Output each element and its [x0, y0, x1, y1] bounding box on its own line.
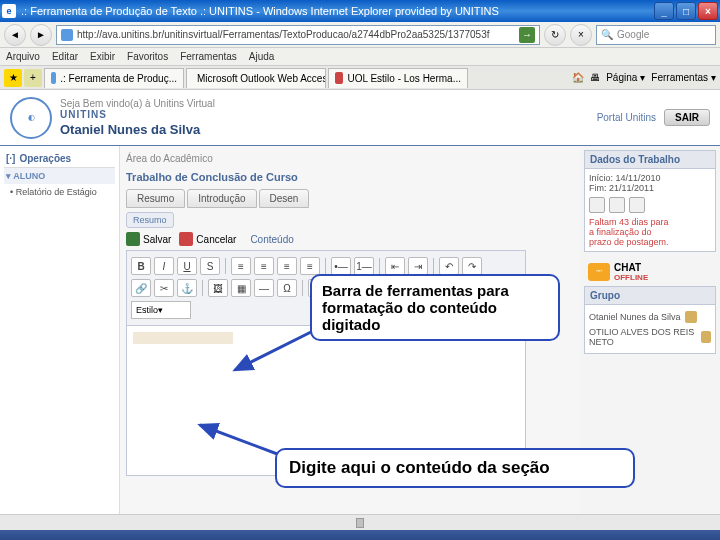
indent-button[interactable]: ⇥	[408, 257, 428, 275]
search-placeholder: Google	[617, 29, 649, 40]
align-right-button[interactable]: ≡	[277, 257, 297, 275]
breadcrumb: Área do Acadêmico	[126, 150, 574, 167]
ie-icon: e	[2, 4, 16, 18]
char-button[interactable]: Ω	[277, 279, 297, 297]
outdent-button[interactable]: ⇤	[385, 257, 405, 275]
hr-button[interactable]: —	[254, 279, 274, 297]
user-name: Otaniel Nunes da Silva	[60, 122, 215, 137]
table-button[interactable]: ▦	[231, 279, 251, 297]
deadline-warning-3: prazo de postagem.	[589, 237, 711, 247]
svg-line-0	[235, 330, 315, 370]
forward-button[interactable]: ►	[30, 24, 52, 46]
group-member[interactable]: OTILIO ALVES DOS REIS NETO	[589, 325, 711, 349]
chat-status[interactable]: "" CHAT OFFLINE	[584, 258, 716, 286]
home-icon[interactable]: 🏠	[572, 72, 584, 83]
menu-arquivo[interactable]: Arquivo	[6, 51, 40, 62]
chat-icon: ""	[588, 263, 610, 281]
callout-editor: Digite aqui o conteúdo da seção	[275, 448, 635, 488]
save-button[interactable]: Salvar	[126, 232, 171, 246]
sidebar-section-operacoes: [·]Operações	[4, 150, 115, 168]
undo-button[interactable]: ↶	[439, 257, 459, 275]
back-button[interactable]: ◄	[4, 24, 26, 46]
horizontal-scrollbar[interactable]	[0, 514, 720, 530]
menu-exibir[interactable]: Exibir	[90, 51, 115, 62]
list-ul-button[interactable]: •—	[331, 257, 351, 275]
svg-line-1	[200, 425, 280, 455]
minimize-button[interactable]: _	[654, 2, 674, 20]
callout-toolbar: Barra de ferramentas para formatação do …	[310, 274, 560, 341]
browser-navbar: ◄ ► http://ava.unitins.br/unitinsvirtual…	[0, 22, 720, 48]
tab-resumo[interactable]: Resumo	[126, 189, 185, 208]
group-member[interactable]: Otaniel Nunes da Silva	[589, 309, 711, 325]
section-label: Resumo	[126, 212, 174, 228]
redo-button[interactable]: ↷	[462, 257, 482, 275]
workdata-title: Dados do Trabalho	[584, 150, 716, 169]
align-left-button[interactable]: ≡	[231, 257, 251, 275]
export-icon[interactable]	[609, 197, 625, 213]
favorites-icon[interactable]: ★	[4, 69, 22, 87]
menu-ferramentas[interactable]: Ferramentas	[180, 51, 237, 62]
group-title: Grupo	[584, 286, 716, 305]
page-content: ◐ Seja Bem vindo(a) à Unitins Virtual UN…	[0, 90, 720, 540]
logout-button[interactable]: SAIR	[664, 109, 710, 126]
menu-favoritos[interactable]: Favoritos	[127, 51, 168, 62]
search-icon: 🔍	[601, 29, 613, 40]
deadline-warning-1: Faltam 43 dias para	[589, 217, 711, 227]
unlink-button[interactable]: ✂	[154, 279, 174, 297]
group-box: Otaniel Nunes da Silva OTILIO ALVES DOS …	[584, 305, 716, 354]
sidebar: [·]Operações ▾ ALUNO • Relatório de Está…	[0, 146, 120, 536]
close-button[interactable]: ×	[698, 2, 718, 20]
portal-link[interactable]: Portal Unitins	[597, 112, 656, 123]
add-favorites-icon[interactable]: +	[24, 69, 42, 87]
deadline-warning-2: a finalização do	[589, 227, 711, 237]
sidebar-item-relatorio[interactable]: • Relatório de Estágio	[4, 184, 115, 200]
menu-ajuda[interactable]: Ajuda	[249, 51, 275, 62]
footer-bar	[0, 530, 720, 540]
browser-menubar: Arquivo Editar Exibir Favoritos Ferramen…	[0, 48, 720, 66]
list-ol-button[interactable]: 1—	[354, 257, 374, 275]
go-button[interactable]: →	[519, 27, 535, 43]
anchor-button[interactable]: ⚓	[177, 279, 197, 297]
stop-button[interactable]: ×	[570, 24, 592, 46]
sidebar-section-aluno[interactable]: ▾ ALUNO	[4, 168, 115, 184]
strike-button[interactable]: S	[200, 257, 220, 275]
browser-tab-3[interactable]: UOL Estilo - Los Herma...	[328, 68, 468, 88]
workdata-box: Início: 14/11/2010 Fim: 21/11/2011 Falta…	[584, 169, 716, 252]
tools-menu[interactable]: Ferramentas ▾	[651, 72, 716, 83]
arrow-editor	[195, 420, 285, 462]
print-icon[interactable]: 🖶	[590, 72, 600, 83]
url-text: http://ava.unitins.br/unitinsvirtual/Fer…	[77, 29, 490, 40]
bold-button[interactable]: B	[131, 257, 151, 275]
content-label: Conteúdo	[250, 234, 293, 245]
start-date: Início: 14/11/2010	[589, 173, 711, 183]
tab-desen[interactable]: Desen	[259, 189, 310, 208]
tab-introducao[interactable]: Introdução	[187, 189, 256, 208]
italic-button[interactable]: I	[154, 257, 174, 275]
save-icon	[126, 232, 140, 246]
underline-button[interactable]: U	[177, 257, 197, 275]
refresh-button[interactable]: ↻	[544, 24, 566, 46]
print-icon[interactable]	[589, 197, 605, 213]
style-select[interactable]: Estilo ▾	[131, 301, 191, 319]
user-icon	[701, 331, 711, 343]
browser-tabbar: ★ + .: Ferramenta de Produç... Microsoft…	[0, 66, 720, 90]
align-center-button[interactable]: ≡	[254, 257, 274, 275]
page-menu[interactable]: Página ▾	[606, 72, 645, 83]
menu-editar[interactable]: Editar	[52, 51, 78, 62]
end-date: Fim: 21/11/2011	[589, 183, 711, 193]
address-bar[interactable]: http://ava.unitins.br/unitinsvirtual/Fer…	[56, 25, 540, 45]
maximize-button[interactable]: □	[676, 2, 696, 20]
tab-favicon	[335, 72, 343, 84]
browser-tab-1[interactable]: .: Ferramenta de Produç...	[44, 68, 184, 88]
cancel-icon	[179, 232, 193, 246]
document-title: Trabalho de Conclusão de Curso	[126, 167, 574, 187]
search-box[interactable]: 🔍 Google	[596, 25, 716, 45]
arrow-toolbar	[230, 330, 320, 382]
image-button[interactable]: 🖼	[208, 279, 228, 297]
brand-name: UNITINS	[60, 109, 215, 120]
browser-tab-2[interactable]: Microsoft Outlook Web Access	[186, 68, 326, 88]
help-icon[interactable]	[629, 197, 645, 213]
link-button[interactable]: 🔗	[131, 279, 151, 297]
cancel-button[interactable]: Cancelar	[179, 232, 236, 246]
align-justify-button[interactable]: ≡	[300, 257, 320, 275]
